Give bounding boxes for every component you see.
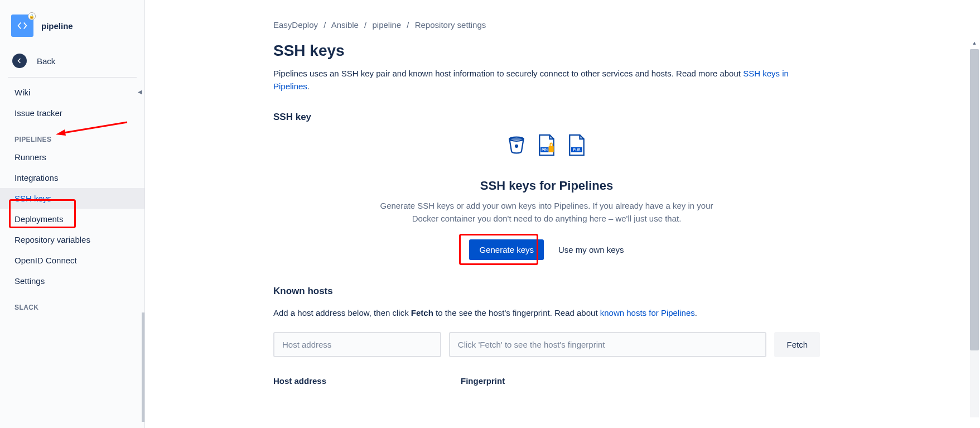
desc-end: . — [307, 81, 310, 91]
resize-handle[interactable] — [142, 312, 144, 422]
page-description: Pipelines uses an SSH key pair and known… — [273, 68, 820, 93]
bucket-icon — [506, 134, 527, 158]
back-label: Back — [37, 56, 55, 66]
sidebar-item-ssh-keys[interactable]: SSH keys — [0, 188, 144, 209]
sidebar-item-openid[interactable]: OpenID Connect — [0, 250, 144, 271]
fetch-button[interactable]: Fetch — [774, 332, 820, 357]
repo-name: pipeline — [41, 21, 73, 31]
sidebar-item-repo-variables[interactable]: Repository variables — [0, 229, 144, 250]
kh-c: to the see the host's fingerprint. Read … — [433, 308, 600, 318]
sidebar-section-pipelines: PIPELINES — [0, 123, 144, 147]
generate-keys-button[interactable]: Generate keys — [469, 239, 544, 260]
desc-text: Pipelines uses an SSH key pair and known… — [273, 69, 743, 78]
ssh-keys-description: Generate SSH keys or add your own keys i… — [368, 200, 725, 225]
host-address-input[interactable] — [273, 332, 441, 357]
known-hosts-doc-link[interactable]: known hosts for Pipelines — [600, 308, 695, 318]
sidebar-item-settings[interactable]: Settings — [0, 271, 144, 291]
scroll-up-icon[interactable]: ▲ — [970, 40, 979, 49]
known-hosts-header-row: Host address Fingerprint — [273, 376, 820, 386]
collapse-caret-icon[interactable]: ◀ — [138, 89, 142, 95]
breadcrumb-item[interactable]: pipeline — [372, 20, 401, 30]
fingerprint-input[interactable] — [449, 332, 767, 357]
svg-marker-1 — [56, 129, 66, 136]
ssh-visual: PRI PUB SSH keys for Pipelines Generate … — [273, 134, 820, 260]
kh-d: . — [695, 308, 697, 318]
lock-icon: 🔒 — [28, 12, 36, 20]
kh-b: Fetch — [411, 308, 433, 318]
arrow-left-icon — [12, 54, 27, 68]
breadcrumb: EasyDeploy / Ansible / pipeline / Reposi… — [273, 20, 820, 30]
known-hosts-input-row: Fetch — [273, 332, 820, 357]
known-hosts-description: Add a host address below, then click Fet… — [273, 308, 820, 318]
use-my-own-keys-button[interactable]: Use my own keys — [558, 245, 624, 254]
ssh-button-row: Generate keys Use my own keys — [273, 239, 820, 260]
breadcrumb-item[interactable]: Ansible — [331, 20, 359, 30]
sidebar-item-wiki[interactable]: Wiki — [0, 82, 144, 103]
ssh-keys-heading: SSH keys for Pipelines — [273, 179, 820, 193]
ssh-icon-row: PRI PUB — [273, 134, 820, 158]
sidebar: 🔒 pipeline Back ◀ Wiki Issue tracker PIP… — [0, 0, 145, 428]
kh-a: Add a host address below, then click — [273, 308, 411, 318]
public-key-doc-icon: PUB — [567, 134, 587, 158]
page-title: SSH keys — [273, 42, 820, 60]
scrollbar[interactable] — [970, 49, 979, 417]
breadcrumb-sep: / — [324, 20, 326, 30]
repo-icon: 🔒 — [11, 15, 33, 37]
known-hosts-title: Known hosts — [273, 286, 820, 297]
col-host-address: Host address — [273, 376, 453, 386]
breadcrumb-sep: / — [407, 20, 409, 30]
main-content: ▲ EasyDeploy / Ansible / pipeline / Repo… — [145, 0, 980, 428]
breadcrumb-sep: / — [364, 20, 366, 30]
section-label: PIPELINES — [15, 136, 51, 143]
sidebar-item-integrations[interactable]: Integrations — [0, 167, 144, 188]
sidebar-item-issue-tracker[interactable]: Issue tracker — [0, 103, 144, 123]
private-key-doc-icon: PRI — [537, 134, 557, 158]
section-ssh-key: SSH key — [273, 112, 820, 123]
sidebar-item-deployments[interactable]: Deployments — [0, 209, 144, 229]
svg-point-3 — [515, 145, 518, 148]
svg-rect-6 — [549, 146, 554, 152]
svg-text:PRI: PRI — [542, 148, 548, 152]
divider — [8, 77, 137, 78]
svg-line-0 — [60, 122, 127, 133]
back-button[interactable]: Back — [0, 48, 144, 77]
sidebar-scroll[interactable]: ◀ Wiki Issue tracker PIPELINES Runners I… — [0, 82, 144, 428]
breadcrumb-item[interactable]: EasyDeploy — [273, 20, 318, 30]
sidebar-section-slack: SLACK — [0, 291, 144, 315]
breadcrumb-item[interactable]: Repository settings — [415, 20, 486, 30]
repo-header: 🔒 pipeline — [0, 7, 144, 48]
sidebar-item-runners[interactable]: Runners — [0, 147, 144, 167]
scrollbar-thumb[interactable] — [970, 49, 979, 350]
svg-text:PUB: PUB — [573, 148, 581, 152]
col-fingerprint: Fingerprint — [461, 376, 820, 386]
